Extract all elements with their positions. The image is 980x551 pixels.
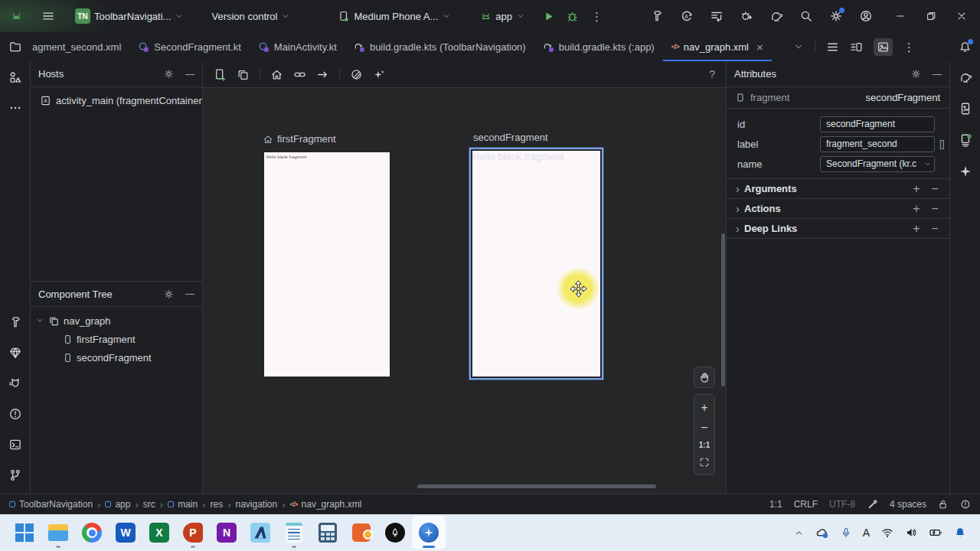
close-tab-icon[interactable] bbox=[756, 41, 763, 53]
host-item-activity-main[interactable]: A activity_main (fragmentContainerVie bbox=[31, 87, 202, 106]
add-action-arrow-icon[interactable] bbox=[316, 68, 329, 81]
tab-fragment-second-xml[interactable]: agment_second.xml bbox=[31, 32, 129, 61]
microphone-icon[interactable] bbox=[841, 527, 851, 538]
account-icon[interactable] bbox=[859, 9, 873, 23]
gear-icon[interactable] bbox=[163, 289, 175, 300]
chrome-icon[interactable] bbox=[75, 516, 109, 549]
magic-sparkle-icon[interactable] bbox=[373, 68, 386, 81]
project-tool-icon[interactable] bbox=[0, 32, 31, 61]
close-button[interactable] bbox=[946, 0, 977, 32]
build-tool-icon[interactable] bbox=[8, 315, 22, 329]
caret-position[interactable]: 1:1 bbox=[769, 499, 782, 510]
zoom-out-button[interactable] bbox=[701, 422, 707, 434]
snipping-tool-icon[interactable] bbox=[345, 516, 378, 549]
logcat-icon[interactable] bbox=[8, 377, 22, 390]
add-deep-link-button[interactable] bbox=[910, 223, 923, 235]
lock-icon[interactable] bbox=[938, 499, 949, 510]
back-from-history-icon[interactable] bbox=[710, 9, 724, 23]
main-menu-icon[interactable] bbox=[41, 9, 55, 23]
second-fragment-label[interactable]: secondFragment bbox=[473, 132, 548, 143]
auto-arrange-icon[interactable] bbox=[350, 68, 363, 81]
gradle-tool-icon[interactable] bbox=[959, 70, 972, 84]
zoom-in-button[interactable] bbox=[701, 402, 707, 414]
chevron-expanded-icon[interactable] bbox=[35, 316, 44, 325]
horizontal-scrollbar[interactable] bbox=[417, 484, 656, 488]
vcs-widget[interactable]: Version control bbox=[211, 11, 290, 22]
split-view-icon[interactable] bbox=[850, 41, 863, 54]
notifications-bell-icon[interactable] bbox=[959, 41, 972, 54]
remove-action-button[interactable] bbox=[928, 203, 942, 215]
restore-button[interactable] bbox=[916, 0, 946, 32]
line-separator[interactable]: CRLF bbox=[794, 499, 818, 510]
tree-item-second-fragment[interactable]: secondFragment bbox=[31, 348, 202, 367]
first-fragment-label[interactable]: firstFragment bbox=[263, 133, 336, 145]
problems-icon[interactable] bbox=[8, 407, 22, 421]
version-control-icon[interactable] bbox=[8, 468, 22, 482]
speaker-icon[interactable] bbox=[905, 527, 917, 539]
profiler-icon[interactable] bbox=[740, 9, 753, 23]
highlighting-level-icon[interactable] bbox=[867, 499, 878, 510]
word-icon[interactable] bbox=[109, 516, 142, 549]
second-fragment-preview[interactable]: Hello blank fragment bbox=[469, 148, 603, 380]
notepad-icon[interactable] bbox=[277, 516, 311, 549]
settings-icon[interactable] bbox=[829, 9, 843, 23]
tree-item-nav-graph[interactable]: nav_graph bbox=[31, 311, 202, 330]
run-config-selector[interactable]: app bbox=[480, 11, 525, 22]
pick-resource-icon[interactable] bbox=[939, 139, 945, 149]
home-destination-icon[interactable] bbox=[270, 68, 283, 81]
action-link-icon[interactable] bbox=[293, 68, 306, 81]
hide-panel-icon[interactable] bbox=[185, 289, 194, 299]
tab-secondfragment-kt[interactable]: SecondFragment.kt bbox=[129, 32, 249, 61]
run-button[interactable] bbox=[542, 10, 555, 23]
terminal-icon[interactable] bbox=[8, 438, 22, 452]
add-action-button[interactable] bbox=[910, 203, 923, 215]
breadcrumb-src[interactable]: src bbox=[143, 499, 155, 510]
breadcrumb-app[interactable]: app bbox=[105, 499, 130, 510]
battery-icon[interactable] bbox=[929, 526, 942, 540]
powerpoint-icon[interactable] bbox=[176, 516, 210, 549]
pan-tool-button[interactable] bbox=[694, 367, 715, 388]
name-dropdown[interactable]: SecondFragment (kr.c bbox=[820, 156, 935, 172]
add-destination-icon[interactable] bbox=[214, 68, 227, 81]
tab-build-gradle-app[interactable]: build.gradle.kts (:app) bbox=[534, 32, 663, 61]
android-studio-taskbar-icon[interactable] bbox=[412, 516, 446, 549]
debug-button[interactable] bbox=[566, 10, 579, 23]
file-encoding[interactable]: UTF-8 bbox=[829, 499, 855, 510]
search-everywhere-icon[interactable] bbox=[799, 9, 813, 23]
start-button[interactable] bbox=[8, 516, 41, 549]
gradle-sync-icon[interactable] bbox=[769, 9, 783, 23]
breadcrumb-main[interactable]: main bbox=[168, 499, 198, 510]
minimize-button[interactable] bbox=[885, 0, 916, 32]
remove-argument-button[interactable] bbox=[928, 183, 942, 195]
pen-app-icon[interactable] bbox=[378, 516, 412, 549]
device-selector[interactable]: Medium Phone A... bbox=[338, 10, 451, 22]
affinity-icon[interactable] bbox=[243, 516, 277, 549]
notification-bell-icon[interactable] bbox=[954, 527, 966, 539]
zoom-to-fit-button[interactable] bbox=[699, 457, 710, 468]
onedrive-icon[interactable] bbox=[815, 526, 829, 540]
sync-translate-icon[interactable]: A bbox=[680, 9, 694, 23]
first-fragment-preview[interactable]: Hello blank fragment bbox=[264, 152, 390, 377]
wifi-icon[interactable] bbox=[881, 527, 893, 539]
gemini-sparkle-icon[interactable] bbox=[959, 165, 972, 178]
gear-icon[interactable] bbox=[910, 68, 922, 80]
project-widget[interactable]: TN ToolbarNavigati... bbox=[75, 8, 184, 24]
label-field[interactable] bbox=[820, 136, 935, 152]
hide-panel-icon[interactable] bbox=[933, 69, 942, 80]
breadcrumb-project[interactable]: ToolbarNavigation bbox=[9, 499, 93, 510]
tab-build-gradle-project[interactable]: build.gradle.kts (ToolbarNavigation) bbox=[345, 32, 534, 61]
file-explorer-icon[interactable] bbox=[41, 516, 75, 549]
breadcrumb-navigation[interactable]: navigation bbox=[236, 499, 278, 510]
code-view-icon[interactable] bbox=[826, 41, 839, 54]
excel-icon[interactable] bbox=[142, 516, 176, 549]
tab-nav-graph-xml[interactable]: nav_graph.xml bbox=[663, 32, 772, 61]
vertical-scrollbar[interactable] bbox=[721, 233, 725, 386]
running-devices-icon[interactable] bbox=[959, 102, 972, 116]
tree-item-first-fragment[interactable]: firstFragment bbox=[31, 330, 202, 348]
add-argument-button[interactable] bbox=[910, 183, 923, 195]
device-manager-icon[interactable] bbox=[959, 133, 972, 147]
ime-indicator[interactable]: A bbox=[863, 527, 870, 539]
error-indicator-icon[interactable] bbox=[960, 499, 971, 510]
editor-more-icon[interactable] bbox=[903, 41, 915, 53]
section-actions[interactable]: Actions bbox=[727, 198, 949, 218]
